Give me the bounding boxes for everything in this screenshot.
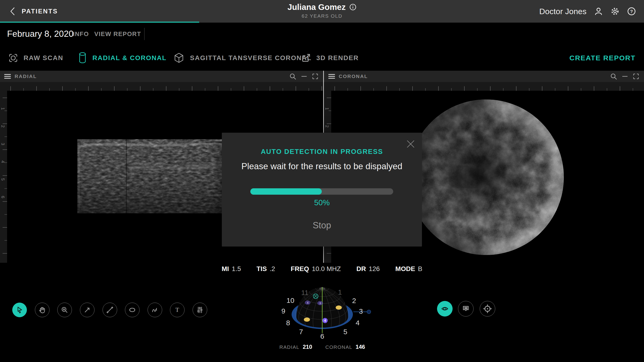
fullscreen-icon[interactable] bbox=[633, 73, 639, 80]
doctor-name[interactable]: Doctor Jones bbox=[539, 7, 586, 16]
clock-number-10[interactable]: 10 bbox=[286, 296, 294, 304]
comments-tool-button[interactable] bbox=[458, 301, 474, 316]
menu-icon[interactable] bbox=[328, 74, 335, 79]
clock-number-9[interactable]: 9 bbox=[282, 307, 286, 315]
radial-counter: RADIAL 210 bbox=[279, 344, 312, 350]
active-study-date: February 8, 2020 bbox=[7, 22, 74, 45]
text-icon: T bbox=[173, 306, 181, 314]
clock-position-navigator[interactable]: 434 1234567891011 bbox=[268, 279, 376, 352]
help-icon[interactable]: ? bbox=[627, 7, 636, 16]
cylinder-icon bbox=[78, 52, 87, 64]
crosshair-icon bbox=[483, 304, 492, 314]
view-mode-3d-render[interactable]: 3D RENDER bbox=[301, 45, 359, 71]
sliders-icon bbox=[196, 306, 204, 314]
progress-fill bbox=[250, 188, 322, 195]
ellipse-tool-button[interactable] bbox=[125, 302, 140, 317]
user-icon[interactable] bbox=[594, 7, 603, 16]
progress-percent-label: 50% bbox=[222, 198, 422, 207]
axis-3-handle[interactable] bbox=[367, 310, 371, 314]
radial-panel-header: RADIAL bbox=[0, 71, 323, 82]
lesion-marker-label: 4 bbox=[307, 301, 308, 304]
target-tool-button[interactable] bbox=[480, 301, 495, 316]
ruler-depth-mark: 1 bbox=[324, 106, 330, 111]
study-info-link[interactable]: INFO bbox=[73, 22, 89, 45]
radial-left-ruler: 123456 bbox=[0, 82, 7, 263]
svg-text:T: T bbox=[176, 306, 179, 313]
coronal-top-ruler bbox=[331, 82, 644, 91]
measure-tool-button[interactable] bbox=[102, 302, 117, 317]
coronal-panel-header: CORONAL bbox=[324, 71, 644, 82]
minus-icon[interactable] bbox=[301, 73, 307, 80]
clock-number-4[interactable]: 4 bbox=[356, 319, 360, 327]
clock-number-2[interactable]: 2 bbox=[352, 297, 356, 304]
status-mi: MI 1.5 bbox=[222, 265, 241, 273]
lesion-marker-yellow[interactable] bbox=[304, 318, 310, 322]
ruler-depth-mark: 5 bbox=[0, 177, 6, 182]
coronal-ultrasound-image[interactable] bbox=[407, 98, 565, 256]
status-freq: FREQ 10.0 MHZ bbox=[291, 265, 341, 273]
text-tool-button[interactable]: T bbox=[170, 302, 184, 317]
view-report-link[interactable]: VIEW REPORT bbox=[94, 22, 141, 45]
auto-detection-modal: AUTO DETECTION IN PROGRESS Please wait f… bbox=[222, 133, 422, 246]
freehand-tool-button[interactable] bbox=[148, 302, 162, 317]
clock-number-11[interactable]: 11 bbox=[301, 289, 308, 296]
view-mode-bar: RAW SCAN RADIAL & CORONAL SAGITTAL TANSV… bbox=[0, 45, 644, 71]
adjust-tool-button[interactable] bbox=[192, 302, 207, 317]
coronal-panel-title: CORONAL bbox=[339, 71, 368, 82]
clock-number-3[interactable]: 3 bbox=[359, 307, 363, 315]
menu-icon[interactable] bbox=[4, 74, 11, 79]
modal-title: AUTO DETECTION IN PROGRESS bbox=[222, 148, 422, 156]
pan-tool-button[interactable] bbox=[35, 302, 50, 317]
slice-counters: RADIAL 210 CORONAL 146 bbox=[268, 344, 376, 350]
fullscreen-icon[interactable] bbox=[312, 73, 318, 80]
zoom-tool-button[interactable] bbox=[57, 302, 72, 317]
lesion-marker-label: 3 bbox=[319, 302, 321, 305]
radial-panel-title: RADIAL bbox=[14, 71, 37, 82]
pointer-tool-button[interactable] bbox=[12, 302, 27, 317]
raw-scan-icon bbox=[8, 53, 18, 63]
clock-number-5[interactable]: 5 bbox=[344, 328, 348, 336]
ruler-depth-mark: 1 bbox=[0, 106, 6, 111]
minus-icon[interactable] bbox=[622, 73, 628, 80]
view-mode-radial-coronal[interactable]: RADIAL & CORONAL bbox=[78, 45, 167, 71]
status-dr: DR 126 bbox=[356, 265, 380, 273]
study-bar: February 8, 2020 INFO VIEW REPORT R L + … bbox=[0, 22, 644, 45]
clock-number-1[interactable]: 1 bbox=[338, 288, 342, 296]
zoom-in-icon bbox=[60, 306, 68, 314]
clock-number-8[interactable]: 8 bbox=[286, 319, 290, 327]
comment-list-icon bbox=[462, 304, 470, 313]
coronal-counter: CORONAL 146 bbox=[325, 344, 365, 350]
gear-icon[interactable] bbox=[610, 7, 620, 16]
hand-icon bbox=[38, 306, 46, 314]
modal-message: Please wait for the results to be dispal… bbox=[222, 162, 422, 171]
radial-top-ruler bbox=[7, 82, 323, 91]
top-bar-right: Doctor Jones ? bbox=[539, 0, 636, 22]
magnifier-icon[interactable] bbox=[289, 73, 296, 80]
divider bbox=[144, 28, 144, 40]
status-mode: MODE B bbox=[395, 265, 422, 273]
ruler-depth-mark: 6 bbox=[0, 195, 6, 200]
lesion-marker-label: 4 bbox=[324, 318, 326, 322]
caliper-icon bbox=[106, 306, 114, 314]
render-export-icon bbox=[301, 53, 311, 63]
stop-button[interactable]: Stop bbox=[222, 220, 422, 230]
ruler-depth-mark: 3 bbox=[0, 142, 6, 146]
ruler-depth-mark: 2 bbox=[324, 124, 330, 129]
view-mode-raw-scan[interactable]: RAW SCAN bbox=[8, 45, 63, 71]
arrow-tool-button[interactable] bbox=[80, 302, 94, 317]
svg-text:?: ? bbox=[630, 9, 633, 14]
magnifier-icon[interactable] bbox=[610, 73, 617, 80]
pointer-icon bbox=[16, 306, 24, 314]
clock-number-7[interactable]: 7 bbox=[299, 328, 303, 336]
view-mode-sagittal[interactable]: SAGITTAL TANSVERSE CORONAL bbox=[174, 45, 312, 71]
clock-number-6[interactable]: 6 bbox=[320, 332, 324, 340]
lesion-marker-yellow[interactable] bbox=[336, 306, 342, 310]
eye-icon bbox=[440, 304, 449, 313]
freehand-icon bbox=[151, 306, 159, 314]
ellipse-icon bbox=[128, 306, 136, 314]
info-icon[interactable] bbox=[349, 3, 357, 11]
visibility-tool-button[interactable] bbox=[437, 301, 452, 316]
progress-bar-track bbox=[250, 188, 393, 195]
ruler-depth-mark: 2 bbox=[0, 124, 6, 129]
create-report-button[interactable]: CREATE REPORT bbox=[570, 45, 636, 71]
